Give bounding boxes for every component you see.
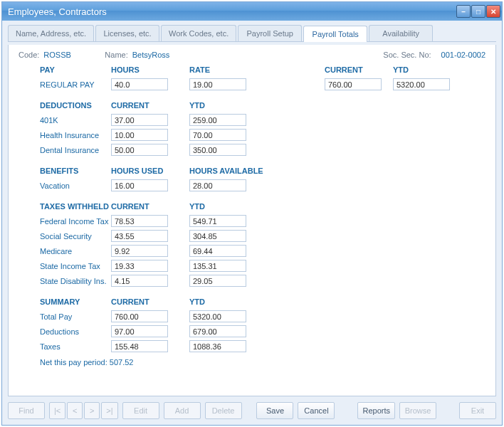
nav-last-button[interactable]: >| (101, 402, 117, 419)
deduction-c2-input[interactable] (189, 114, 246, 126)
tab-payroll-setup[interactable]: Payroll Setup (238, 25, 302, 41)
nav-group: |< < > >| (49, 402, 118, 419)
summary-row: Deductions (19, 324, 485, 339)
minimize-button[interactable]: – (456, 5, 471, 18)
tax-c1-input[interactable] (111, 230, 168, 242)
tax-label: Federal Income Tax (19, 217, 111, 226)
employee-info-row: Code: ROSSB Name: BetsyRoss Soc. Sec. No… (19, 51, 485, 59)
tax-c2-input[interactable] (189, 230, 246, 242)
benefits-c1-heading: HOURS USED (111, 167, 189, 175)
titlebar: Employees, Contractors – □ ✕ (2, 2, 502, 21)
tab-work-codes-etc[interactable]: Work Codes, etc. (161, 25, 236, 41)
current-heading: CURRENT (325, 65, 393, 74)
cancel-button[interactable]: Cancel (298, 402, 335, 419)
close-button[interactable]: ✕ (486, 5, 500, 18)
deductions-heading: DEDUCTIONS (19, 101, 111, 110)
benefit-c1-input[interactable] (111, 179, 168, 191)
tax-row: State Income Tax (19, 258, 485, 273)
summary-c2-input[interactable] (189, 310, 246, 322)
summary-row: Total Pay (19, 309, 485, 324)
deduction-c1-input[interactable] (111, 114, 168, 126)
reports-button[interactable]: Reports (357, 402, 395, 419)
pay-heading-row: PAY HOURS RATE CURRENT YTD (19, 62, 485, 77)
summary-c1-input[interactable] (111, 310, 168, 322)
tax-c1-input[interactable] (111, 245, 168, 257)
content-area: Name, Address, etc.Licenses, etc.Work Co… (2, 21, 502, 425)
summary-label: Deductions (19, 327, 111, 336)
tax-c1-input[interactable] (111, 275, 168, 287)
save-button[interactable]: Save (256, 402, 293, 419)
summary-c2-input[interactable] (189, 340, 246, 352)
add-button[interactable]: Add (164, 402, 201, 419)
deduction-label: Health Insurance (19, 131, 111, 139)
tax-c2-input[interactable] (189, 215, 246, 227)
tax-row: Federal Income Tax (19, 214, 485, 228)
deduction-c2-input[interactable] (189, 129, 246, 141)
summary-c2-heading: YTD (189, 297, 268, 306)
rate-input[interactable] (189, 78, 246, 90)
tax-c1-input[interactable] (111, 260, 168, 272)
deduction-c1-input[interactable] (111, 129, 168, 141)
benefits-c2-heading: HOURS AVAILABLE (189, 167, 268, 175)
current-input[interactable] (325, 78, 382, 90)
tax-c1-input[interactable] (111, 215, 168, 227)
code-label: Code: (19, 51, 39, 59)
pay-row: REGULAR PAY (19, 77, 485, 92)
benefits-heading: BENEFITS (19, 167, 111, 175)
summary-heading: SUMMARY (19, 297, 111, 306)
deduction-row: 401K (19, 112, 485, 127)
benefit-label: Vacation (19, 181, 111, 190)
tax-label: Social Security (19, 232, 111, 241)
tax-row: State Disability Ins. (19, 273, 485, 288)
summary-c1-heading: CURRENT (111, 297, 189, 306)
delete-button[interactable]: Delete (205, 402, 242, 419)
tax-row: Medicare (19, 243, 485, 258)
summary-heading-row: SUMMARY CURRENT YTD (19, 294, 485, 309)
summary-c1-input[interactable] (111, 340, 168, 352)
hours-input[interactable] (111, 78, 168, 90)
maximize-button[interactable]: □ (471, 5, 485, 18)
payroll-totals-panel: Code: ROSSB Name: BetsyRoss Soc. Sec. No… (8, 45, 496, 396)
rate-heading: RATE (189, 65, 268, 74)
code-value: ROSSB (43, 51, 86, 59)
edit-button[interactable]: Edit (122, 402, 159, 419)
benefit-row: Vacation (19, 178, 485, 193)
taxes-heading-row: TAXES WITHHELD CURRENT YTD (19, 199, 485, 214)
nav-prev-button[interactable]: < (67, 402, 83, 419)
summary-c1-input[interactable] (111, 325, 168, 337)
summary-c2-input[interactable] (189, 325, 246, 337)
tax-c2-input[interactable] (189, 275, 246, 287)
benefit-c2-input[interactable] (189, 179, 246, 191)
tab-payroll-totals[interactable]: Payroll Totals (303, 26, 367, 42)
deduction-row: Dental Insurance (19, 142, 485, 157)
summary-row: Taxes (19, 339, 485, 354)
deduction-c2-input[interactable] (189, 144, 246, 156)
tab-availability[interactable]: Availability (369, 25, 433, 41)
ssn-value: 001-02-0002 (441, 51, 485, 59)
summary-label: Total Pay (19, 312, 111, 321)
taxes-c2-heading: YTD (189, 202, 268, 211)
net-pay-line: Net this pay period: 507.52 (19, 358, 485, 367)
find-button[interactable]: Find (8, 402, 45, 419)
deduction-label: 401K (19, 116, 111, 125)
ytd-input[interactable] (393, 78, 450, 90)
pay-label: REGULAR PAY (19, 80, 111, 89)
name-value: BetsyRoss (132, 51, 170, 59)
deduction-c1-input[interactable] (111, 144, 168, 156)
nav-next-button[interactable]: > (84, 402, 100, 419)
tax-c2-input[interactable] (189, 245, 246, 257)
browse-button[interactable]: Browse (399, 402, 436, 419)
deductions-c2-heading: YTD (189, 101, 268, 110)
exit-button[interactable]: Exit (459, 402, 496, 419)
deductions-heading-row: DEDUCTIONS CURRENT YTD (19, 97, 485, 112)
deductions-c1-heading: CURRENT (111, 101, 189, 110)
app-window: Employees, Contractors – □ ✕ Name, Addre… (1, 1, 503, 426)
tax-c2-input[interactable] (189, 260, 246, 272)
summary-label: Taxes (19, 342, 111, 351)
nav-first-button[interactable]: |< (49, 402, 65, 419)
ytd-heading: YTD (393, 65, 461, 74)
tax-label: State Disability Ins. (19, 277, 111, 285)
ssn-label: Soc. Sec. No: (383, 51, 431, 59)
tab-licenses-etc[interactable]: Licenses, etc. (95, 25, 159, 41)
tab-name-address-etc[interactable]: Name, Address, etc. (8, 25, 94, 41)
